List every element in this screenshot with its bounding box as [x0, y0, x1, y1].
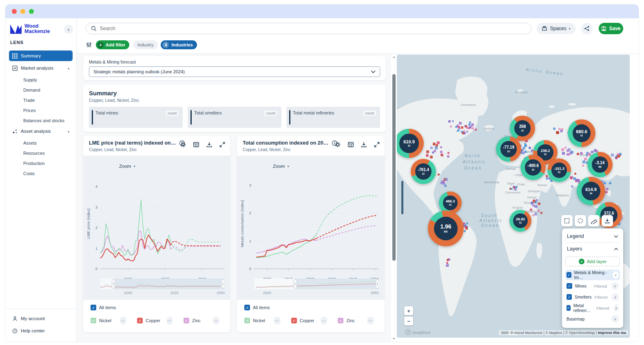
sidebar-item-supply[interactable]: Supply — [9, 75, 73, 85]
checkbox-checked-icon[interactable]: ✓ — [244, 318, 250, 323]
series-options-button[interactable]: ⋯ — [120, 316, 126, 325]
facility-marker-icon[interactable] — [430, 156, 433, 158]
facility-marker-icon[interactable] — [594, 149, 597, 152]
sidebar-item-assets[interactable]: Assets — [9, 138, 73, 148]
facility-marker-icon[interactable] — [606, 188, 609, 190]
layer-row-metals-mining-im-[interactable]: ✓Metals & Mining - Im…› — [565, 270, 620, 280]
facility-marker-icon[interactable] — [471, 123, 474, 126]
chevron-right-icon[interactable]: › — [614, 304, 619, 312]
add-layer-button[interactable]: +Add layer — [565, 257, 620, 266]
content-scrollbar[interactable]: ▲ ▼ — [391, 54, 397, 342]
facility-marker-icon[interactable] — [567, 153, 569, 156]
checkbox-checked-icon[interactable]: ✓ — [567, 272, 571, 278]
facility-marker-icon[interactable] — [466, 127, 469, 129]
series-toggle-zinc[interactable]: ✓Zinc — [338, 318, 367, 323]
facility-marker-icon[interactable] — [426, 154, 429, 157]
sidebar-item-help-center[interactable]: ?Help center — [9, 325, 73, 336]
facility-marker-icon[interactable] — [511, 188, 513, 190]
sidebar-item-costs[interactable]: Costs — [9, 169, 73, 178]
summary-tile-total-mines[interactable]: Total minescount — [89, 107, 183, 128]
filter-chip-industries[interactable]: 4Industries — [161, 40, 197, 49]
facility-marker-icon[interactable] — [466, 222, 468, 224]
facility-marker-icon[interactable] — [469, 121, 471, 123]
checkbox-checked-icon[interactable]: ✓ — [291, 318, 297, 323]
facility-marker-icon[interactable] — [475, 129, 477, 131]
facility-marker-icon[interactable] — [450, 125, 452, 127]
facility-marker-icon[interactable] — [522, 152, 525, 154]
chart-range-navigator[interactable] — [100, 279, 224, 289]
facility-marker-icon[interactable] — [440, 154, 443, 156]
facility-marker-icon[interactable] — [576, 179, 579, 181]
chevron-right-icon[interactable]: › — [611, 315, 619, 323]
facility-marker-icon[interactable] — [586, 154, 588, 156]
facility-marker-icon[interactable] — [443, 182, 445, 185]
series-options-button[interactable]: ⋯ — [367, 316, 374, 325]
series-toggle-copper[interactable]: ✓Copper — [291, 318, 321, 323]
map-donut--77.19[interactable]: -77.19kt — [496, 136, 521, 162]
map-box-select-button[interactable] — [561, 215, 573, 226]
facility-marker-icon[interactable] — [571, 185, 573, 187]
all-items-toggle[interactable]: ✓All items — [91, 305, 230, 310]
facility-marker-icon[interactable] — [440, 146, 442, 148]
facility-marker-icon[interactable] — [570, 176, 573, 179]
filter-chip-industry[interactable]: Industry — [133, 40, 158, 49]
facility-marker-icon[interactable] — [459, 122, 462, 125]
map-donut-26.92[interactable]: 26.92kt — [509, 210, 531, 232]
facility-marker-icon[interactable] — [584, 158, 587, 160]
facility-marker-icon[interactable] — [466, 131, 468, 133]
chevron-right-icon[interactable]: › — [611, 282, 619, 290]
chart-range-navigator[interactable] — [254, 279, 379, 289]
facility-marker-icon[interactable] — [452, 120, 454, 122]
checkbox-checked-icon[interactable]: ✓ — [338, 318, 343, 323]
map-donut--400.6[interactable]: -400.6kt — [520, 155, 546, 180]
series-options-button[interactable]: ⋯ — [166, 316, 173, 325]
settings-gear-icon[interactable] — [334, 141, 341, 148]
facility-marker-icon[interactable] — [464, 230, 466, 232]
facility-marker-icon[interactable] — [437, 141, 440, 144]
facility-marker-icon[interactable] — [609, 181, 612, 184]
facility-marker-icon[interactable] — [465, 226, 467, 228]
facility-marker-icon[interactable] — [447, 155, 449, 158]
facility-marker-icon[interactable] — [445, 178, 448, 181]
summary-tile-total-smelters[interactable]: Total smelterscount — [188, 107, 281, 128]
layers-section-header[interactable]: Layers — [565, 243, 620, 255]
facility-marker-icon[interactable] — [432, 152, 434, 154]
map-download-button[interactable] — [602, 215, 613, 226]
facility-marker-icon[interactable] — [553, 127, 555, 130]
facility-marker-icon[interactable] — [562, 152, 565, 155]
sidebar-item-prices[interactable]: Prices — [9, 105, 73, 115]
sidebar-item-production[interactable]: Production — [9, 158, 73, 168]
all-items-toggle[interactable]: ✓All items — [244, 305, 385, 310]
facility-marker-icon[interactable] — [561, 128, 563, 131]
series-options-button[interactable]: ⋯ — [213, 316, 219, 325]
series-options-button[interactable]: ⋯ — [274, 316, 281, 325]
facility-marker-icon[interactable] — [461, 126, 463, 129]
forecast-select[interactable]: Strategic metals planning outlook (June … — [89, 66, 380, 77]
map-zoom-out-button[interactable]: − — [404, 316, 413, 325]
checkbox-checked-icon[interactable]: ✓ — [184, 318, 189, 323]
facility-marker-icon[interactable] — [515, 186, 518, 188]
facility-marker-icon[interactable] — [440, 151, 443, 153]
sidebar-item-balances-and-stocks[interactable]: Balances and stocks — [9, 116, 73, 125]
facility-marker-icon[interactable] — [446, 262, 448, 264]
series-toggle-nickel[interactable]: ✓Nickel — [244, 318, 274, 323]
scroll-down-icon[interactable]: ▼ — [391, 337, 397, 340]
map-zoom-in-button[interactable]: + — [404, 306, 413, 315]
scrollbar-thumb[interactable] — [392, 74, 396, 261]
facility-marker-icon[interactable] — [580, 152, 583, 155]
checkbox-checked-icon[interactable]: ✓ — [91, 318, 96, 323]
facility-marker-icon[interactable] — [523, 147, 525, 149]
layer-row-metal-refineri-[interactable]: ✓Metal refineri…Filtered› — [565, 303, 620, 313]
add-filter-button[interactable]: + Add filter — [96, 40, 129, 49]
data-table-icon[interactable] — [347, 141, 354, 148]
chevron-right-icon[interactable]: › — [613, 271, 619, 279]
facility-marker-icon[interactable] — [591, 151, 593, 153]
facility-marker-icon[interactable] — [531, 202, 533, 204]
search-bar[interactable] — [86, 23, 531, 34]
checkbox-checked-icon[interactable]: ✓ — [567, 294, 572, 300]
facility-marker-icon[interactable] — [433, 143, 436, 145]
checkbox-checked-icon[interactable]: ✓ — [244, 305, 250, 310]
chevron-up-icon[interactable]: ▴ — [68, 66, 69, 70]
summary-tile-total-metal-refineries[interactable]: Total metal refineriescount — [286, 107, 380, 128]
facility-marker-icon[interactable] — [444, 185, 447, 187]
